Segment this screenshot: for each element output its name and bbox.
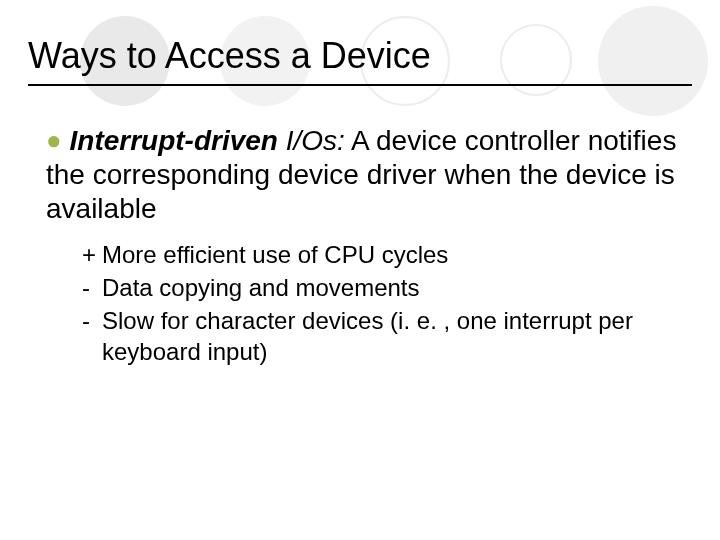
list-item: - Data copying and movements <box>82 273 684 304</box>
list-item: + More efficient use of CPU cycles <box>82 240 684 271</box>
title-underline <box>28 84 692 86</box>
slide-body: ● Interrupt-driven I/Os: A device contro… <box>46 124 684 369</box>
list-item-text: More efficient use of CPU cycles <box>102 240 684 271</box>
slide: Ways to Access a Device ● Interrupt-driv… <box>0 0 720 540</box>
page-title: Ways to Access a Device <box>28 36 431 76</box>
term-strong: Interrupt-driven <box>70 125 278 156</box>
minus-icon: - <box>82 306 102 337</box>
list-item: - Slow for character devices (i. e. , on… <box>82 306 684 367</box>
circle-icon <box>598 6 708 116</box>
sub-list: + More efficient use of CPU cycles - Dat… <box>82 240 684 367</box>
list-item-text: Data copying and movements <box>102 273 684 304</box>
main-bullet: ● Interrupt-driven I/Os: A device contro… <box>46 124 684 226</box>
term-tail: I/Os: <box>278 125 345 156</box>
list-item-text: Slow for character devices (i. e. , one … <box>102 306 684 367</box>
plus-icon: + <box>82 240 102 271</box>
bullet-icon: ● <box>46 125 62 155</box>
minus-icon: - <box>82 273 102 304</box>
